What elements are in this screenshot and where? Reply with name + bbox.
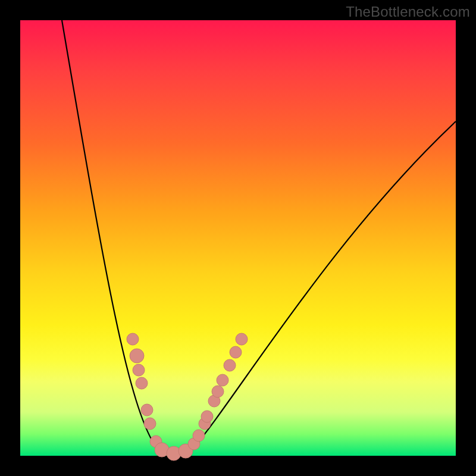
plot-area — [20, 20, 456, 456]
bottleneck-curve — [62, 20, 456, 455]
curve-marker — [133, 364, 145, 376]
curve-marker — [212, 386, 224, 397]
curve-marker — [136, 377, 148, 389]
curve-marker — [144, 418, 156, 430]
curve-marker — [130, 349, 144, 363]
curve-marker — [193, 430, 205, 441]
curve-marker — [236, 333, 248, 345]
curve-marker — [201, 411, 213, 422]
curve-marker — [141, 404, 153, 416]
curve-marker — [230, 346, 242, 358]
curve-markers — [127, 333, 248, 461]
watermark-text: TheBottleneck.com — [346, 4, 470, 20]
curve-marker — [217, 374, 228, 386]
curve-marker — [224, 359, 236, 371]
bottleneck-curve-svg — [20, 20, 456, 456]
chart-frame: TheBottleneck.com — [0, 0, 476, 476]
curve-marker — [127, 333, 139, 345]
